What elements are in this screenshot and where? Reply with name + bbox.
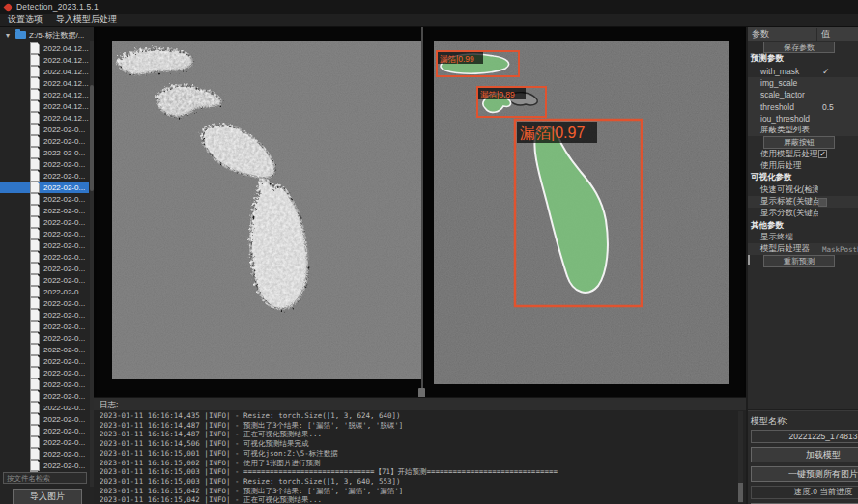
log-line: 2023-01-11 16:16:15,002 |INFO| - 使用了1张图片…: [100, 459, 732, 468]
tree-item-label: 2022-02-0...: [43, 126, 85, 134]
import-image-button[interactable]: 导入图片: [13, 489, 82, 504]
tree-item[interactable]: 2022-02-0...: [0, 193, 89, 205]
tree-item-label: 2022-02-0...: [43, 160, 85, 169]
tree-item[interactable]: 2022-02-0...: [0, 390, 89, 402]
folder-icon: [15, 31, 26, 39]
file-icon: [30, 413, 40, 425]
file-icon: [30, 112, 40, 124]
tree-item[interactable]: 2022-02-0...: [0, 332, 89, 344]
param-with-mask[interactable]: with_mask✓: [748, 66, 858, 77]
tree-item[interactable]: 2022-02-0...: [0, 297, 89, 309]
param-use-model-postprocess-checkbox[interactable]: ✓: [818, 150, 827, 158]
tree-item[interactable]: 2022-02-0...: [0, 147, 89, 158]
tree-item[interactable]: 2022-02-0...: [0, 135, 89, 147]
tree-item[interactable]: 2022-02-0...: [0, 216, 89, 228]
original-image-viewport[interactable]: [97, 27, 422, 397]
param-show-label-keypoint-checkbox[interactable]: [818, 198, 827, 207]
file-icon: [30, 54, 40, 66]
params-header: 参数 值: [748, 27, 858, 41]
tree-item[interactable]: 2022-02-0...: [0, 448, 89, 460]
log-output[interactable]: 2023-01-11 16:16:14,435 |INFO| - Resize:…: [100, 411, 732, 504]
param-use-postprocess[interactable]: 使用后处理: [748, 160, 858, 172]
model-name-field[interactable]: 20221225_174813: [751, 430, 858, 443]
tree-item[interactable]: 2022.04.12...: [0, 112, 89, 124]
param-fast-visualize-detect-label: 快速可视化(检测): [748, 184, 818, 196]
filename-search-input[interactable]: [3, 472, 87, 484]
menu-import-model-postprocess[interactable]: 导入模型后处理: [56, 14, 117, 26]
tree-item[interactable]: 2022-02-0...: [0, 239, 89, 251]
tree-item[interactable]: 2022.04.12...: [0, 100, 89, 112]
tree-item[interactable]: 2022-02-0...: [0, 263, 89, 274]
tree-item[interactable]: 2022-02-0...: [0, 205, 89, 216]
file-icon: [30, 425, 40, 436]
tree-item[interactable]: 2022-02-0...: [0, 286, 89, 297]
tree-item-label: 2022-02-0...: [43, 230, 85, 238]
file-icon: [30, 135, 40, 147]
log-line: 2023-01-11 16:16:15,003 |INFO| - Resize:…: [100, 477, 732, 487]
detection-label-3: 漏箔|0.97: [520, 125, 585, 141]
tree-item[interactable]: 2022-02-0...: [0, 228, 89, 239]
tree-item[interactable]: 2022-02-0...: [0, 124, 89, 135]
param-model-postprocessor-label: 模型后处理器: [748, 243, 818, 255]
tree-item[interactable]: 2022.04.12...: [0, 77, 89, 89]
save-params-button: 保存参数: [748, 42, 858, 53]
tree-item[interactable]: 2022-02-0...: [0, 321, 89, 332]
file-icon: [30, 390, 40, 402]
file-icon: [30, 239, 40, 251]
mask-button[interactable]: 屏蔽按钮: [763, 136, 835, 148]
param-model-postprocessor[interactable]: 模型后处理器MaskPostProc: [748, 243, 858, 255]
param-img-scale[interactable]: img_scale: [748, 77, 858, 89]
param-show-label-keypoint-label: 显示标签(关键点): [748, 196, 818, 208]
tree-item[interactable]: 2022-02-0...: [0, 460, 89, 471]
tree-item[interactable]: 2022-02-0...: [0, 344, 89, 355]
param-scale-factor[interactable]: scale_factor: [748, 89, 858, 100]
tree-item[interactable]: 2022.04.12...: [0, 42, 89, 54]
param-show-label-keypoint[interactable]: 显示标签(关键点): [748, 196, 858, 208]
param-show-score-keypoint[interactable]: 显示分数(关键点): [748, 208, 858, 219]
tree-item[interactable]: 2022-02-0...: [0, 182, 89, 193]
tree-item-label: 2022-02-0...: [43, 369, 85, 378]
re-predict-button[interactable]: 重新预测: [763, 255, 835, 266]
prediction-image-viewport[interactable]: 漏箔|0.99 漏箔|0.89 漏: [425, 27, 744, 397]
tree-item[interactable]: 2022-02-0...: [0, 413, 89, 425]
file-icon: [30, 89, 40, 100]
log-scrollbar[interactable]: [738, 411, 743, 503]
tree-item[interactable]: 2022-02-0...: [0, 170, 89, 182]
param-fast-visualize-detect[interactable]: 快速可视化(检测): [748, 184, 858, 196]
param-show-terminal[interactable]: 显示终端: [748, 232, 858, 243]
tree-item[interactable]: 2022.04.12...: [0, 89, 89, 100]
file-icon: [30, 147, 40, 158]
log-line: 2023-01-11 16:16:14,506 |INFO| - 可视化预测结果…: [100, 439, 732, 449]
tree-item[interactable]: 2022-02-0...: [0, 367, 89, 378]
predict-all-button[interactable]: 一键预测所有图片: [751, 466, 858, 482]
tree-item[interactable]: 2022.04.12...: [0, 54, 89, 66]
menu-settings-options[interactable]: 设置选项: [8, 14, 43, 26]
grayscale-photo: [112, 41, 421, 379]
param-threshold[interactable]: threshold0.5: [748, 100, 858, 112]
save-params-button[interactable]: 保存参数: [763, 42, 835, 53]
tree-item[interactable]: 2022-02-0...: [0, 309, 89, 321]
param-use-model-postprocess[interactable]: 使用模型后处理✓: [748, 149, 858, 160]
tree-item[interactable]: 2022-02-0...: [0, 355, 89, 367]
load-model-button[interactable]: 加载模型: [751, 447, 858, 462]
tree-item-label: 2022.04.12...: [43, 102, 89, 111]
tree-item[interactable]: 2022.04.12...: [0, 66, 89, 77]
app-icon: [4, 2, 14, 12]
tree-item[interactable]: 2022-02-0...: [0, 378, 89, 390]
log-title: 日志:: [94, 398, 746, 410]
param-mask-type-list[interactable]: 屏蔽类型列表: [748, 125, 858, 136]
tree-item[interactable]: 2022-02-0...: [0, 436, 89, 448]
tree-item-label: 2022-02-0...: [43, 322, 85, 331]
tree-item[interactable]: 2022-02-0...: [0, 251, 89, 263]
log-scrollbar-thumb[interactable]: [738, 483, 743, 502]
tree-item[interactable]: 2022-02-0...: [0, 402, 89, 413]
tree-item[interactable]: 2022-02-0...: [0, 425, 89, 436]
viewport-splitter[interactable]: [421, 27, 423, 397]
param-iou-threshold[interactable]: iou_threshold: [748, 113, 858, 125]
tree-item-label: 2022-02-0...: [43, 207, 85, 215]
tree-item-label: 2022-02-0...: [43, 404, 85, 412]
tree-root-folder[interactable]: ▾ Z:/5-标注数据/...: [0, 29, 84, 41]
chevron-down-icon[interactable]: ▾: [6, 31, 14, 40]
tree-item[interactable]: 2022-02-0...: [0, 274, 89, 286]
tree-item[interactable]: 2022-02-0...: [0, 158, 89, 170]
